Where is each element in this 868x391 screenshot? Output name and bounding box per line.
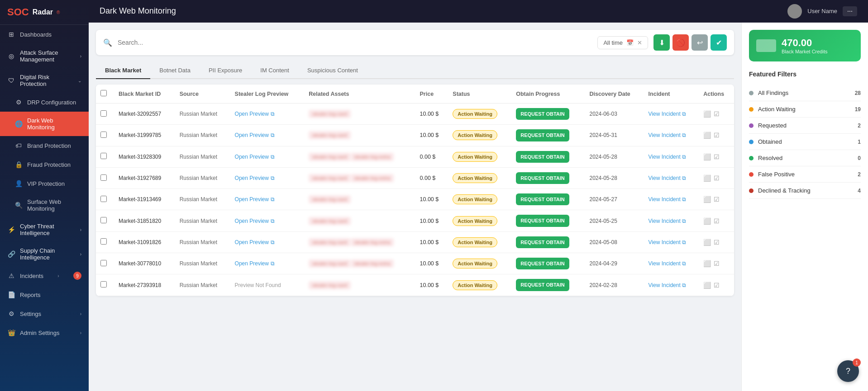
request-obtain-button[interactable]: REQUEST OBTAIN bbox=[516, 236, 569, 248]
external-link-icon: ⧉ bbox=[682, 260, 686, 267]
status-badge: Action Waiting bbox=[453, 130, 497, 140]
username: User Name bbox=[807, 8, 837, 14]
request-obtain-button[interactable]: REQUEST OBTAIN bbox=[516, 215, 569, 226]
monitor-action-icon[interactable]: ⬜ bbox=[703, 174, 711, 182]
open-preview-link[interactable]: Open Preview ⧉ bbox=[235, 196, 300, 203]
view-incident-link[interactable]: View Incident ⧉ bbox=[649, 282, 695, 288]
open-preview-link[interactable]: Open Preview ⧉ bbox=[235, 239, 300, 245]
table-container: Black Market ID Source Stealer Log Previ… bbox=[96, 85, 734, 296]
filter-item-requested[interactable]: Requested 2 bbox=[749, 118, 861, 134]
sidebar-item-fraud-protection[interactable]: 🔒 Fraud Protection bbox=[0, 155, 89, 174]
incident-cell: View Incident ⧉ bbox=[644, 253, 699, 274]
row-checkbox[interactable] bbox=[100, 260, 107, 266]
request-obtain-button[interactable]: REQUEST OBTAIN bbox=[516, 151, 569, 163]
help-button[interactable]: ? 1 bbox=[837, 360, 859, 382]
filter-item-false-positive[interactable]: False Positive 2 bbox=[749, 166, 861, 183]
request-obtain-button[interactable]: REQUEST OBTAIN bbox=[516, 193, 569, 205]
tab-botnet-data[interactable]: Botnet Data bbox=[150, 62, 200, 79]
sidebar-item-settings[interactable]: ⚙ Settings › bbox=[0, 304, 89, 323]
view-incident-link[interactable]: View Incident ⧉ bbox=[649, 111, 695, 117]
blurred-asset: stealer-log-card bbox=[309, 153, 350, 161]
view-incident-link[interactable]: View Incident ⧉ bbox=[649, 260, 695, 267]
open-preview-link[interactable]: Open Preview ⧉ bbox=[235, 154, 300, 160]
sidebar-item-drp-config[interactable]: ⚙ DRP Configuration bbox=[0, 93, 89, 112]
filter-item-declined-tracking[interactable]: Declined & Tracking 4 bbox=[749, 183, 861, 199]
row-checkbox[interactable] bbox=[100, 217, 107, 223]
check-action-icon[interactable]: ☑ bbox=[714, 217, 720, 225]
row-checkbox[interactable] bbox=[100, 281, 107, 287]
request-obtain-button[interactable]: REQUEST OBTAIN bbox=[516, 129, 569, 141]
false-positive-filter-button[interactable]: 🚫 bbox=[672, 34, 689, 51]
filter-item-resolved[interactable]: Resolved 0 bbox=[749, 150, 861, 166]
monitor-action-icon[interactable]: ⬜ bbox=[703, 196, 711, 203]
sidebar-item-supply-chain[interactable]: 🔗 Supply Chain Intelligence › bbox=[0, 242, 89, 266]
request-obtain-button[interactable]: REQUEST OBTAIN bbox=[516, 108, 569, 120]
tab-im-content[interactable]: IM Content bbox=[251, 62, 298, 79]
check-action-icon[interactable]: ☑ bbox=[714, 174, 720, 182]
view-incident-link[interactable]: View Incident ⧉ bbox=[649, 239, 695, 245]
view-incident-link[interactable]: View Incident ⧉ bbox=[649, 154, 695, 160]
discovery-date: 2024-05-28 bbox=[585, 146, 644, 167]
date-filter[interactable]: All time 📅 ✕ bbox=[597, 36, 648, 49]
request-obtain-button[interactable]: REQUEST OBTAIN bbox=[516, 258, 569, 269]
row-checkbox[interactable] bbox=[100, 196, 107, 202]
sidebar-item-dashboards[interactable]: ⊞ Dashboards bbox=[0, 25, 89, 44]
check-action-icon[interactable]: ☑ bbox=[714, 282, 720, 289]
search-input[interactable] bbox=[118, 39, 592, 46]
filter-item-action-waiting[interactable]: Action Waiting 19 bbox=[749, 101, 861, 118]
download-filter-button[interactable]: ⬇ bbox=[653, 34, 670, 51]
open-preview-link[interactable]: Open Preview ⧉ bbox=[235, 111, 300, 117]
clear-date-icon[interactable]: ✕ bbox=[637, 39, 642, 46]
check-action-icon[interactable]: ☑ bbox=[714, 153, 720, 160]
tab-pii-exposure[interactable]: PII Exposure bbox=[200, 62, 251, 79]
check-action-icon[interactable]: ☑ bbox=[714, 110, 720, 118]
sidebar-item-digital-risk[interactable]: 🛡 Digital Risk Protection ⌄ bbox=[0, 68, 89, 93]
monitor-action-icon[interactable]: ⬜ bbox=[703, 239, 711, 246]
discovery-date: 2024-04-29 bbox=[585, 253, 644, 274]
row-checkbox[interactable] bbox=[100, 153, 107, 159]
sidebar-item-incidents[interactable]: ⚠ Incidents › 9 bbox=[0, 266, 89, 285]
stealer-log-preview: Open Preview ⧉ bbox=[230, 231, 305, 253]
open-preview-link[interactable]: Open Preview ⧉ bbox=[235, 132, 300, 138]
open-preview-link[interactable]: Open Preview ⧉ bbox=[235, 260, 300, 267]
sidebar-item-cyber-threat[interactable]: ⚡ Cyber Threat Intelligence › bbox=[0, 217, 89, 242]
tab-black-market[interactable]: Black Market bbox=[96, 62, 150, 79]
open-preview-link[interactable]: Open Preview ⧉ bbox=[235, 175, 300, 181]
sidebar-item-reports[interactable]: 📄 Reports bbox=[0, 285, 89, 304]
decline-filter-button[interactable]: ↩ bbox=[692, 34, 708, 51]
filter-item-all-findings[interactable]: All Findings 28 bbox=[749, 85, 861, 101]
sidebar-item-brand-protection[interactable]: 🏷 Brand Protection bbox=[0, 136, 89, 155]
view-incident-link[interactable]: View Incident ⧉ bbox=[649, 132, 695, 138]
check-action-icon[interactable]: ☑ bbox=[714, 132, 720, 139]
check-action-icon[interactable]: ☑ bbox=[714, 239, 720, 246]
monitor-action-icon[interactable]: ⬜ bbox=[703, 260, 711, 267]
monitor-action-icon[interactable]: ⬜ bbox=[703, 153, 711, 160]
tab-suspicious-content[interactable]: Suspicious Content bbox=[298, 62, 367, 79]
monitor-action-icon[interactable]: ⬜ bbox=[703, 217, 711, 225]
row-checkbox[interactable] bbox=[100, 110, 107, 117]
confirm-filter-button[interactable]: ✔ bbox=[711, 34, 727, 51]
monitor-action-icon[interactable]: ⬜ bbox=[703, 132, 711, 139]
request-obtain-button[interactable]: REQUEST OBTAIN bbox=[516, 172, 569, 184]
sidebar-item-attack-surface[interactable]: ◎ Attack Surface Management › bbox=[0, 44, 89, 68]
filter-item-obtained[interactable]: Obtained 1 bbox=[749, 134, 861, 150]
view-incident-link[interactable]: View Incident ⧉ bbox=[649, 175, 695, 181]
topbar-menu-button[interactable]: ⋯ bbox=[843, 6, 857, 16]
sidebar-item-surface-web[interactable]: 🔍 Surface Web Monitoring bbox=[0, 193, 89, 217]
monitor-action-icon[interactable]: ⬜ bbox=[703, 110, 711, 118]
open-preview-link[interactable]: Open Preview ⧉ bbox=[235, 218, 300, 224]
check-action-icon[interactable]: ☑ bbox=[714, 196, 720, 203]
sidebar-item-admin-settings[interactable]: 👑 Admin Settings › bbox=[0, 323, 89, 342]
row-checkbox[interactable] bbox=[100, 238, 107, 245]
sidebar-item-dark-web[interactable]: 🌐 Dark Web Monitoring bbox=[0, 112, 89, 136]
view-incident-link[interactable]: View Incident ⧉ bbox=[649, 218, 695, 224]
row-checkbox[interactable] bbox=[100, 174, 107, 181]
sidebar-item-vip-protection[interactable]: 👤 VIP Protection bbox=[0, 174, 89, 193]
row-checkbox[interactable] bbox=[100, 132, 107, 138]
check-action-icon[interactable]: ☑ bbox=[714, 260, 720, 267]
request-obtain-button[interactable]: REQUEST OBTAIN bbox=[516, 279, 569, 291]
table-row: Market-31999785 Russian Market Open Prev… bbox=[96, 125, 734, 146]
monitor-action-icon[interactable]: ⬜ bbox=[703, 282, 711, 289]
view-incident-link[interactable]: View Incident ⧉ bbox=[649, 196, 695, 203]
select-all-checkbox[interactable] bbox=[100, 90, 107, 96]
